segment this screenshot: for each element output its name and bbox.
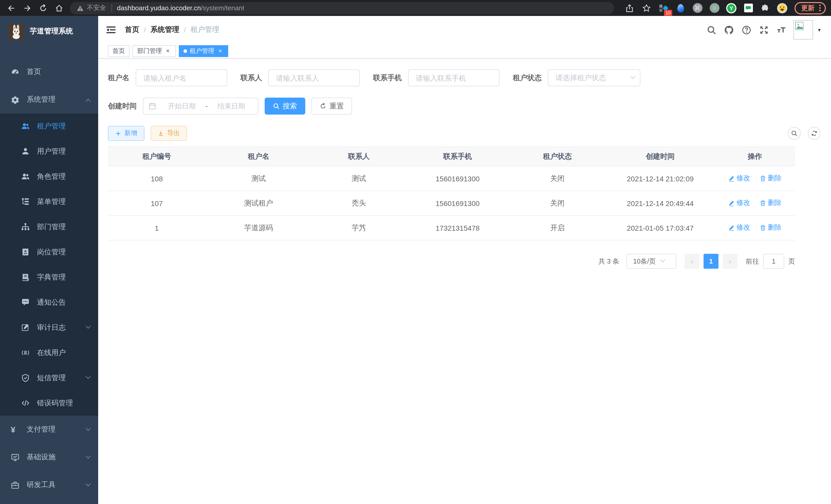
contact-label: 联系人	[240, 73, 262, 83]
refresh-icon[interactable]	[808, 127, 821, 140]
emoji-extension-icon[interactable]	[776, 2, 788, 13]
close-icon[interactable]: ×	[165, 48, 171, 54]
browser-back-icon[interactable]	[5, 2, 18, 14]
url-text[interactable]: dashboard.yudao.iocoder.cn/system/tenant	[117, 4, 245, 12]
status-label: 租户状态	[513, 73, 542, 83]
navbar-tools: ▾	[699, 20, 821, 39]
edit-link[interactable]: 修改	[728, 223, 750, 233]
tab-tag[interactable]: 首页 ×	[108, 45, 130, 57]
add-button[interactable]: 新增	[108, 126, 144, 141]
chevron-icon	[86, 481, 91, 486]
sidebar-item-devtools[interactable]: 研发工具	[0, 471, 98, 499]
next-page-button[interactable]: ›	[722, 254, 738, 269]
sidebar-item-infra-monitor[interactable]: 基础设施	[0, 443, 98, 471]
sidebar-menu: 首页 系统管理 租户管理 用户管理 角色管理 菜单管理 部门管理 岗位管理 字典…	[0, 47, 98, 499]
sidebar-item-audit-log[interactable]: 审计日志	[0, 315, 98, 340]
browser-home-icon[interactable]	[53, 2, 65, 14]
table-toolbar: 新增 导出	[108, 126, 821, 141]
dashboard-icon	[11, 67, 20, 76]
browser-update-button[interactable]: 更新	[795, 2, 826, 14]
sidebar-item-sms-shield[interactable]: 短信管理	[0, 365, 98, 390]
address-bar[interactable]: 不安全 dashboard.yudao.iocoder.cn/system/te…	[70, 2, 614, 14]
extension-badge: 10	[664, 9, 672, 16]
github-icon[interactable]	[724, 25, 734, 35]
chat-extension-icon[interactable]	[743, 2, 754, 13]
browser-reload-icon[interactable]	[37, 2, 49, 14]
header-search-icon[interactable]	[706, 25, 717, 35]
mobile-label: 联系手机	[373, 73, 402, 83]
breadcrumb: 首页 / 系统管理 / 租户管理	[125, 25, 220, 34]
fullscreen-icon[interactable]	[759, 25, 769, 35]
blocks-extension-icon[interactable]: 10	[658, 2, 669, 13]
sidebar-item-gear[interactable]: 系统管理	[0, 86, 98, 114]
bookmark-star-icon[interactable]	[641, 2, 652, 13]
status-select[interactable]: 请选择租户状态	[548, 69, 640, 86]
tab-tag[interactable]: 租户管理 ×	[179, 45, 228, 57]
sidebar-item-user[interactable]: 用户管理	[0, 139, 98, 164]
breadcrumb-home[interactable]: 首页	[125, 25, 139, 34]
y-extension-icon[interactable]: Y	[726, 2, 737, 13]
avatar-caret-icon[interactable]: ▾	[818, 26, 821, 33]
create-time-range-picker[interactable]: 开始日期 - 结束日期	[143, 98, 258, 115]
contact-input[interactable]	[268, 69, 360, 86]
reset-button[interactable]: 重置	[311, 98, 352, 115]
calendar-icon	[148, 102, 156, 110]
hamburger-icon[interactable]	[106, 25, 116, 35]
browser-actions: 10 ⌘ Y 更新	[618, 2, 826, 14]
search-button[interactable]: 搜索	[265, 98, 305, 115]
sidebar-item-org-chart[interactable]: 部门管理	[0, 214, 98, 239]
chevron-icon	[86, 99, 91, 104]
start-date-placeholder: 开始日期	[160, 101, 203, 111]
recorder-extension-icon[interactable]	[709, 2, 720, 13]
font-size-icon[interactable]	[776, 25, 786, 35]
avatar-broken-image[interactable]	[794, 20, 813, 39]
chevron-icon	[86, 425, 91, 431]
command-extension-icon[interactable]: ⌘	[692, 2, 703, 13]
tenant-users-icon	[21, 122, 30, 130]
share-icon[interactable]	[624, 2, 635, 13]
tenant-name-input[interactable]	[136, 69, 227, 86]
tab-tag[interactable]: 部门管理 ×	[133, 45, 176, 57]
browser-menu-icon[interactable]	[819, 4, 821, 12]
sidebar-item-dict-book[interactable]: 字典管理	[0, 265, 98, 290]
sidebar-item-post-badge[interactable]: 岗位管理	[0, 239, 98, 265]
security-label[interactable]: 不安全	[87, 4, 106, 12]
column-header: 创建时间	[606, 147, 715, 166]
help-icon[interactable]	[741, 25, 752, 35]
post-badge-icon	[21, 248, 30, 256]
page-size-select[interactable]: 10条/页	[627, 254, 676, 269]
edit-link[interactable]: 修改	[728, 199, 750, 208]
app-logo[interactable]: 芋道管理系统	[0, 16, 98, 47]
sidebar-item-tenant-users[interactable]: 租户管理	[0, 114, 98, 139]
sidebar-item-pay-yen[interactable]: ¥ 支付管理	[0, 416, 98, 443]
sidebar-item-dashboard[interactable]: 首页	[0, 58, 98, 86]
navbar: 首页 / 系统管理 / 租户管理	[98, 16, 831, 44]
export-button[interactable]: 导出	[150, 126, 187, 141]
delete-link[interactable]: 删除	[760, 199, 782, 208]
sidebar-item-roles[interactable]: 角色管理	[0, 164, 98, 189]
gem-extension-icon[interactable]	[675, 2, 686, 13]
sidebar-item-menu-tree[interactable]: 菜单管理	[0, 189, 98, 214]
goto-label: 前往	[746, 257, 759, 266]
delete-link[interactable]: 删除	[760, 174, 782, 183]
show-search-icon[interactable]	[788, 127, 801, 140]
sidebar-item-notice[interactable]: 通知公告	[0, 290, 98, 315]
mobile-input[interactable]	[408, 69, 499, 86]
edit-link[interactable]: 修改	[728, 174, 750, 183]
delete-link[interactable]: 删除	[760, 223, 782, 233]
close-icon[interactable]: ×	[217, 48, 224, 54]
goto-page-input[interactable]	[763, 254, 784, 269]
sidebar-item-online-user[interactable]: 在线用户	[0, 340, 98, 365]
prev-page-button[interactable]: ‹	[685, 254, 699, 269]
menu-tree-icon	[21, 197, 30, 206]
chevron-down-icon	[630, 74, 635, 79]
sidebar-item-error-code[interactable]: 错误码管理	[0, 390, 98, 416]
table-row: 1 芋道源码 芋艿 17321315478 开启 2021-01-05 17:0…	[108, 215, 795, 240]
page-number-1[interactable]: 1	[704, 254, 718, 269]
browser-forward-icon[interactable]	[21, 2, 33, 14]
table-tools	[781, 127, 821, 140]
extensions-puzzle-icon[interactable]	[760, 2, 771, 13]
breadcrumb-system[interactable]: 系统管理	[150, 25, 179, 34]
logo-image	[8, 23, 24, 39]
screen: 不安全 dashboard.yudao.iocoder.cn/system/te…	[0, 0, 831, 504]
